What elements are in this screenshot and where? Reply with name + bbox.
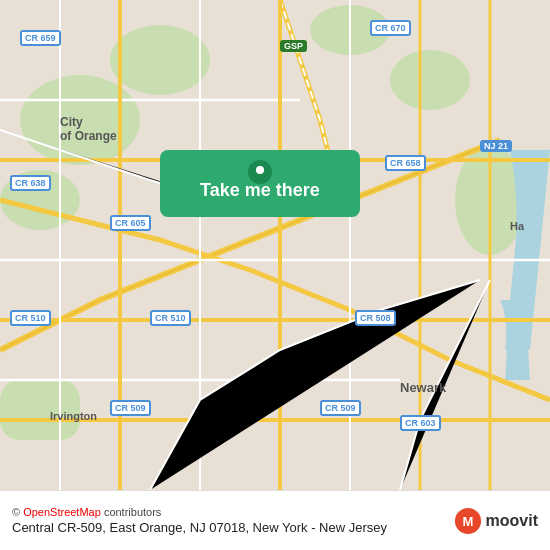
map-pin-icon xyxy=(244,158,276,190)
cr-509-right-badge: CR 509 xyxy=(320,400,361,416)
svg-point-3 xyxy=(110,25,210,95)
take-me-there-button[interactable]: Take me there xyxy=(160,150,360,217)
credit-prefix: © xyxy=(12,506,23,518)
moovit-text: moovit xyxy=(486,512,538,530)
cr-670-badge: CR 670 xyxy=(370,20,411,36)
osm-credit: © OpenStreetMap contributors xyxy=(12,506,446,518)
bottom-bar: © OpenStreetMap contributors Central CR-… xyxy=(0,490,550,550)
action-button-container[interactable]: Take me there xyxy=(160,150,360,217)
svg-point-23 xyxy=(256,166,264,174)
map-container: CR 659 CR 670 CR 658 CR 638 CR 605 CR 51… xyxy=(0,0,550,490)
svg-point-4 xyxy=(390,50,470,110)
cr-508-badge: CR 508 xyxy=(355,310,396,326)
gsp-badge: GSP xyxy=(280,40,307,52)
cr-510-left-badge: CR 510 xyxy=(10,310,51,326)
cr-659-badge: CR 659 xyxy=(20,30,61,46)
credit-suffix: contributors xyxy=(101,506,162,518)
cr-510-right-badge: CR 510 xyxy=(150,310,191,326)
cr-509-left-badge: CR 509 xyxy=(110,400,151,416)
moovit-icon: M xyxy=(454,507,482,535)
cr-658-badge: CR 658 xyxy=(385,155,426,171)
cr-638-badge: CR 638 xyxy=(10,175,51,191)
city-irvington-label: Irvington xyxy=(50,410,97,422)
city-ha-label: Ha xyxy=(510,220,524,232)
city-newark-label: Newark xyxy=(400,380,446,395)
svg-text:M: M xyxy=(462,513,473,528)
city-orange-label: Cityof Orange xyxy=(60,115,117,143)
osm-link[interactable]: OpenStreetMap xyxy=(23,506,101,518)
moovit-logo: M moovit xyxy=(454,507,538,535)
nj-21-badge: NJ 21 xyxy=(480,140,512,152)
cr-603-badge: CR 603 xyxy=(400,415,441,431)
address-text: Central CR-509, East Orange, NJ 07018, N… xyxy=(12,520,446,535)
cr-605-badge: CR 605 xyxy=(110,215,151,231)
